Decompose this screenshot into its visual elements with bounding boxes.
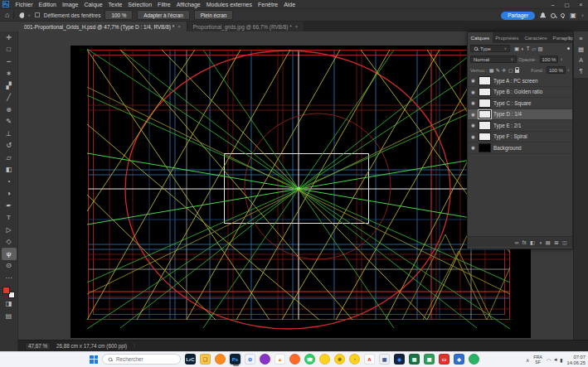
color-swatches[interactable] — [2, 287, 15, 298]
lock-position-icon[interactable]: ✛ — [502, 67, 506, 73]
layer-mask-icon[interactable]: ◧ — [530, 239, 535, 245]
history-brush-tool[interactable]: ↺ — [2, 140, 17, 152]
menu-selection[interactable]: Sélection — [125, 0, 155, 9]
chevron-down-icon[interactable]: ∨ — [567, 68, 570, 72]
visibility-eye-icon[interactable]: ◉ — [470, 134, 476, 139]
menu-modules-externes[interactable]: Modules externes — [203, 0, 255, 9]
app-file-explorer[interactable]: ❏ — [200, 354, 211, 365]
blend-mode-select[interactable]: Normal ∨ — [470, 56, 517, 63]
foreground-color-swatch[interactable] — [2, 287, 10, 294]
pen-tool[interactable]: ✒ — [2, 200, 17, 212]
lock-artboard-icon[interactable]: ▢ — [508, 67, 513, 73]
app-green-2[interactable]: ▦ — [424, 354, 435, 365]
menu-fenetre[interactable]: Fenêtre — [255, 0, 281, 9]
language-indicator[interactable]: FRA SF — [533, 355, 542, 365]
layer-thumbnail[interactable] — [479, 121, 491, 130]
maximize-button[interactable]: ▢ — [560, 0, 574, 9]
start-button[interactable] — [90, 355, 98, 364]
link-layers-icon[interactable]: ∞ — [515, 239, 519, 245]
clone-stamp-tool[interactable]: ⊥ — [2, 128, 17, 140]
tray-status-icons[interactable]: ◠ ◄ ▮ — [547, 357, 563, 363]
tray-chevron-icon[interactable]: ∧ — [526, 357, 529, 363]
lock-all-icon[interactable] — [515, 70, 519, 73]
zoom-tool[interactable]: ʘ — [2, 260, 17, 273]
move-tool[interactable]: ✛ — [2, 31, 17, 44]
visibility-eye-icon[interactable]: ◉ — [470, 145, 476, 150]
filter-toggle-icon[interactable] — [567, 47, 571, 51]
filter-pixel-icon[interactable]: ▣ — [514, 46, 519, 51]
menu-affichage[interactable]: Affichage — [173, 0, 203, 9]
notifications-bell-icon[interactable] — [540, 12, 546, 18]
app-blue[interactable]: ◈ — [454, 354, 464, 365]
path-selection-tool[interactable]: ▷ — [2, 224, 17, 236]
eyedropper-tool[interactable]: ╱ — [2, 92, 17, 104]
app-lightroom-classic[interactable]: LrC — [185, 354, 196, 365]
layer-thumbnail[interactable] — [479, 99, 491, 108]
app-purple[interactable] — [260, 354, 270, 365]
zoom-100-button[interactable]: 100 % — [104, 10, 133, 20]
filter-type-select[interactable]: Type ∨ — [470, 45, 510, 52]
layer-type-e[interactable]: ◉ Type E : 2/1 — [468, 120, 572, 132]
app-green-1[interactable]: ▦ — [409, 354, 420, 365]
app-orange[interactable] — [289, 354, 300, 365]
dock-character-icon[interactable]: A — [574, 55, 588, 65]
app-yellow-1[interactable] — [319, 354, 330, 365]
layer-type-d[interactable]: ◉ Type D : 1/4 — [468, 109, 572, 121]
layer-style-icon[interactable]: fx — [522, 239, 527, 245]
filter-type-icon[interactable]: T — [527, 46, 530, 51]
app-calculator[interactable]: ▦ — [379, 354, 390, 365]
panel-tab-caractere[interactable]: Caractère — [522, 32, 550, 43]
menu-edition[interactable]: Edition — [36, 0, 59, 9]
lock-transparency-icon[interactable]: ▦ — [489, 67, 494, 73]
tab-close-icon[interactable]: × — [177, 24, 181, 29]
menu-fichier[interactable]: Fichier — [12, 0, 36, 9]
minimize-button[interactable]: – — [546, 0, 560, 9]
hand-tool[interactable]: ψ — [2, 248, 17, 260]
tab-close-icon[interactable]: × — [295, 24, 299, 29]
search-icon[interactable] — [551, 13, 556, 18]
app-acrobat[interactable]: A — [364, 354, 375, 365]
app-whatsapp[interactable]: ☎ — [304, 354, 315, 365]
visibility-eye-icon[interactable]: ◉ — [470, 100, 476, 105]
filter-shape-icon[interactable]: ▱ — [532, 46, 536, 51]
layer-thumbnail[interactable] — [479, 133, 491, 142]
app-red[interactable]: ▭ — [439, 354, 450, 365]
type-tool[interactable]: T — [2, 212, 17, 225]
lock-pixels-icon[interactable]: ✎ — [496, 67, 500, 73]
dock-paragraph-icon[interactable]: ¶ — [574, 65, 588, 76]
chevron-down-icon[interactable]: ∨ — [560, 57, 562, 61]
opacity-value[interactable]: 100 % — [540, 56, 559, 63]
workspace-layout-icon[interactable]: ▣ — [570, 12, 576, 19]
current-tool-icon[interactable]: ∨ — [18, 12, 30, 19]
tab-proportional-grids-psd[interactable]: 001-Proportional_Grids_H.psd @ 47,7% (Ty… — [18, 22, 187, 31]
menu-image[interactable]: Image — [59, 0, 80, 9]
panel-tab-calques[interactable]: Calques — [468, 32, 493, 43]
scroll-all-windows-checkbox[interactable] — [35, 12, 40, 17]
canvas-document[interactable] — [70, 46, 531, 338]
app-yellow-2[interactable]: ✱ — [334, 354, 345, 365]
layer-type-f[interactable]: ◉ Type F : Spiral — [468, 132, 572, 143]
panel-more-icon[interactable]: » — [562, 36, 565, 41]
discover-lightbulb-icon[interactable] — [561, 13, 565, 17]
dodge-tool[interactable]: ◑ — [2, 188, 17, 200]
visibility-eye-icon[interactable]: ◉ — [470, 89, 476, 94]
tab-proportional-grids-jpg[interactable]: Proportional_grids.jpg @ 66,7% (RVB/8) *… — [187, 22, 305, 31]
quick-mask-button[interactable]: ◨ — [2, 298, 17, 311]
app-vlc[interactable]: ▲ — [275, 354, 285, 365]
dock-layers-icon[interactable]: ≡ — [574, 33, 588, 44]
fit-screen-button[interactable]: Adapter à l'écran — [137, 10, 189, 20]
app-green-circle[interactable] — [469, 354, 479, 365]
lasso-tool[interactable]: ∽ — [2, 56, 17, 68]
object-selection-tool[interactable]: ∗ — [2, 68, 17, 80]
layer-thumbnail[interactable] — [479, 143, 491, 152]
layer-type-c[interactable]: ◉ Type C : Square — [468, 98, 572, 109]
healing-brush-tool[interactable]: ⊕ — [2, 104, 17, 116]
layer-thumbnail[interactable] — [479, 76, 491, 85]
app-photoshop[interactable]: Ps — [230, 354, 241, 365]
layer-thumbnail[interactable] — [479, 88, 491, 97]
screen-mode-button[interactable]: ▤ — [2, 310, 17, 322]
close-button[interactable]: × — [574, 0, 588, 9]
menu-filtre[interactable]: Filtre — [155, 0, 174, 9]
dock-libraries-icon[interactable]: ▦ — [574, 44, 588, 55]
app-firefox[interactable] — [215, 354, 226, 365]
